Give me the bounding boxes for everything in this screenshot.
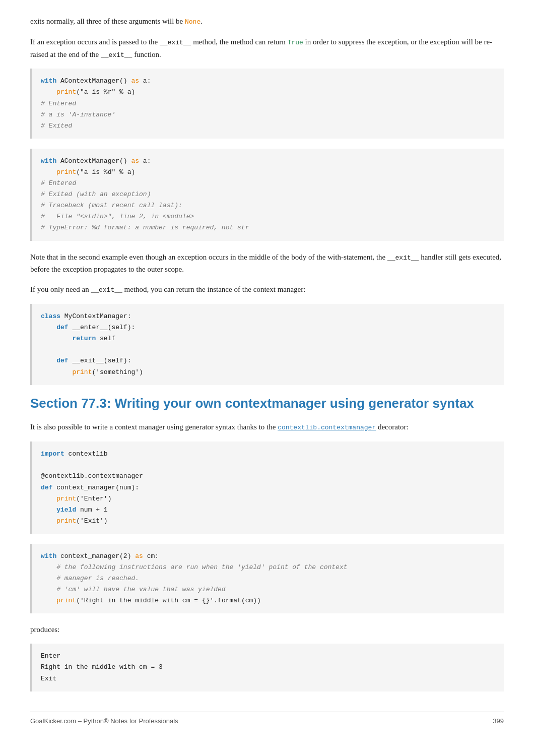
exception-paragraph: If an exception occurs and is passed to … xyxy=(30,36,504,61)
exception-text-3: method, the method can return xyxy=(191,38,287,46)
exit-inline-2: __exit__ xyxy=(91,286,122,294)
if-text-2: method, you can return the instance of t… xyxy=(122,285,306,293)
code-block-3: class MyContextManager: def __enter__(se… xyxy=(30,304,504,385)
footer-left: GoalKicker.com – Python® Notes for Profe… xyxy=(30,717,178,725)
code-block-2: with AContextManager() as a: print("a is… xyxy=(30,149,504,241)
note-text-1: Note that in the second example even tho… xyxy=(30,253,387,261)
if-paragraph: If you only need an __exit__ method, you… xyxy=(30,283,504,296)
page-content: exits normally, all three of these argum… xyxy=(30,15,504,725)
code-block-1: with AContextManager() as a: print("a is… xyxy=(30,69,504,138)
exit-method-inline-2: __exit__ xyxy=(101,51,132,59)
produces-label: produces: xyxy=(30,623,504,636)
section-heading: Section 77.3: Writing your own contextma… xyxy=(30,395,504,412)
if-text-1: If you only need an xyxy=(30,285,91,293)
none-inline: None xyxy=(185,18,201,26)
exit-method-inline-1: __exit__ xyxy=(160,39,191,46)
footer: GoalKicker.com – Python® Notes for Profe… xyxy=(30,712,504,725)
output-block: Enter Right in the middle with cm = 3 Ex… xyxy=(30,644,504,691)
intro-paragraph: exits normally, all three of these argum… xyxy=(30,15,504,28)
code-block-5: with context_manager(2) as cm: # the fol… xyxy=(30,544,504,613)
true-inline: True xyxy=(288,39,303,46)
section-p1: It is also possible to write a context m… xyxy=(30,423,278,431)
code-block-4: import contextlib @contextlib.contextman… xyxy=(30,442,504,534)
section-p2: decorator: xyxy=(376,423,409,431)
contextlib-link[interactable]: contextlib.contextmanager xyxy=(278,424,376,431)
exception-text-5: function. xyxy=(132,50,161,58)
note-paragraph: Note that in the second example even tho… xyxy=(30,251,504,276)
exception-text-2: If an exception occurs and is passed to … xyxy=(30,38,160,46)
exit-inline-note: __exit__ xyxy=(387,254,419,262)
section-paragraph: It is also possible to write a context m… xyxy=(30,421,504,433)
intro-text-1: exits normally, all three of these argum… xyxy=(30,17,185,25)
footer-right: 399 xyxy=(493,717,504,725)
